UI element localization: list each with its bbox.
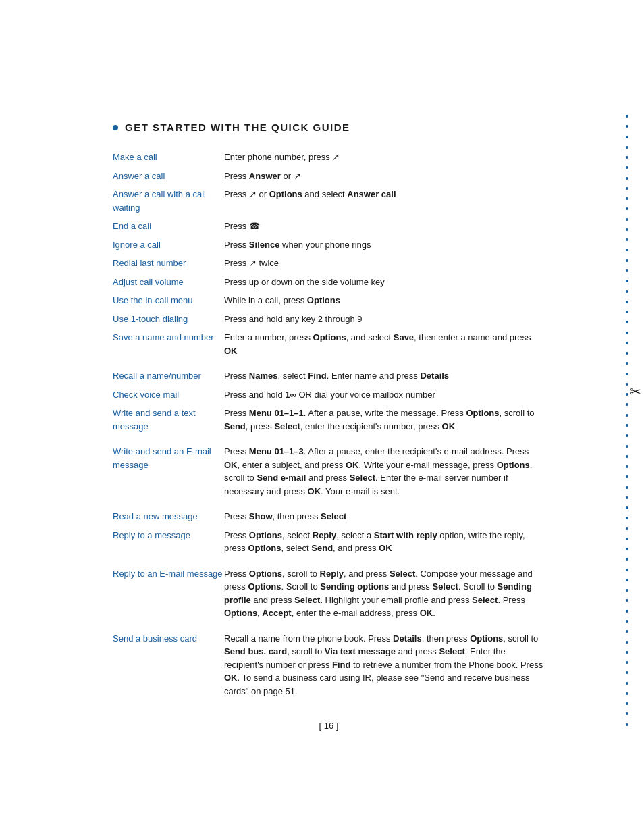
- action-label: Send a business card: [113, 629, 224, 701]
- action-label: Read a new message: [113, 507, 224, 526]
- decorative-dot: [626, 156, 628, 159]
- action-label: Adjust call volume: [113, 273, 224, 292]
- action-label: Make a call: [113, 148, 224, 167]
- action-label: Ignore a call: [113, 236, 224, 255]
- decorative-dot: [626, 589, 628, 592]
- decorative-dot: [626, 517, 628, 519]
- description-text: Press and hold 1∞ OR dial your voice mai…: [224, 386, 545, 405]
- action-label: Recall a name/number: [113, 367, 224, 386]
- decorative-dot: [626, 373, 628, 375]
- description-text: Press ☎: [224, 217, 545, 236]
- action-label: Use the in-call menu: [113, 291, 224, 310]
- decorative-dot: [626, 259, 628, 262]
- section-title: GET STARTED WITH THE QUICK GUIDE: [113, 122, 545, 133]
- decorative-dot: [626, 115, 628, 118]
- description-text: Press Silence when your phone rings: [224, 236, 545, 255]
- decorative-dot: [626, 362, 628, 365]
- decorative-dot: [626, 352, 628, 355]
- description-text: Enter a number, press Options, and selec…: [224, 328, 545, 360]
- action-label: End a call: [113, 217, 224, 236]
- decorative-dot: [626, 661, 628, 664]
- decorative-dot: [626, 538, 628, 540]
- table-row: Use 1-touch dialingPress and hold any ke…: [113, 310, 545, 329]
- action-label: Reply to an E-mail message: [113, 565, 224, 623]
- decorative-dot: [626, 187, 628, 190]
- decorative-dot: [626, 599, 628, 602]
- decorative-dot: [626, 692, 628, 695]
- decorative-dot: [626, 682, 628, 685]
- decorative-dot: [626, 321, 628, 323]
- row-spacer: [113, 623, 545, 629]
- decorative-dot: [626, 641, 628, 644]
- decorative-dot: [626, 332, 628, 334]
- decorative-dot: [626, 249, 628, 251]
- table-row: Reply to a messagePress Options, select …: [113, 526, 545, 558]
- quick-guide-table: Make a callEnter phone number, press ↗An…: [113, 148, 545, 700]
- decorative-dot: [626, 424, 628, 427]
- action-label: Save a name and number: [113, 328, 224, 360]
- table-row: Save a name and numberEnter a number, pr…: [113, 328, 545, 360]
- decorative-dot: [626, 527, 628, 530]
- description-text: Press and hold any key 2 through 9: [224, 310, 545, 329]
- content-area: GET STARTED WITH THE QUICK GUIDE Make a …: [45, 0, 599, 785]
- table-row: Read a new messagePress Show, then press…: [113, 507, 545, 526]
- description-text: While in a call, press Options: [224, 291, 545, 310]
- decorative-dots: [622, 115, 632, 726]
- table-row: Answer a call with a call waitingPress ↗…: [113, 185, 545, 217]
- decorative-dot: [626, 218, 628, 221]
- table-row: Make a callEnter phone number, press ↗: [113, 148, 545, 167]
- description-text: Press Options, scroll to Reply, and pres…: [224, 565, 545, 623]
- decorative-dot: [626, 630, 628, 633]
- decorative-dot: [626, 712, 628, 715]
- description-text: Press Names, select Find. Enter name and…: [224, 367, 545, 386]
- decorative-dot: [626, 146, 628, 149]
- action-label: Write and send an E-mail message: [113, 442, 224, 500]
- action-label: Answer a call: [113, 167, 224, 186]
- decorative-dot: [626, 445, 628, 448]
- action-label: Reply to a message: [113, 526, 224, 558]
- table-row: Ignore a callPress Silence when your pho…: [113, 236, 545, 255]
- decorative-dot: [626, 434, 628, 437]
- table-row: Write and send a text messagePress Menu …: [113, 404, 545, 436]
- decorative-dot: [626, 496, 628, 499]
- row-spacer: [113, 436, 545, 442]
- decorative-dot: [626, 383, 628, 386]
- decorative-dot: [626, 280, 628, 282]
- description-text: Recall a name from the phone book. Press…: [224, 629, 545, 701]
- decorative-dot: [626, 651, 628, 654]
- table-row: Reply to an E-mail messagePress Options,…: [113, 565, 545, 623]
- row-spacer: [113, 500, 545, 507]
- description-text: Press Menu 01–1–1. After a pause, write …: [224, 404, 545, 436]
- table-row: Check voice mailPress and hold 1∞ OR dia…: [113, 386, 545, 405]
- table-row: Use the in-call menuWhile in a call, pre…: [113, 291, 545, 310]
- decorative-dot: [626, 620, 628, 623]
- scissors-icon: ✂: [630, 384, 641, 400]
- action-label: Redial last number: [113, 254, 224, 273]
- bullet-dot: [113, 125, 118, 130]
- decorative-dot: [626, 228, 628, 231]
- decorative-dot: [626, 558, 628, 561]
- description-text: Press Options, select Reply, select a St…: [224, 526, 545, 558]
- table-row: Write and send an E-mail messagePress Me…: [113, 442, 545, 500]
- description-text: Press ↗ or Options and select Answer cal…: [224, 185, 545, 217]
- row-spacer: [113, 360, 545, 367]
- decorative-dot: [626, 177, 628, 180]
- description-text: Press up or down on the side volume key: [224, 273, 545, 292]
- decorative-dot: [626, 207, 628, 210]
- decorative-dot: [626, 579, 628, 581]
- decorative-dot: [626, 136, 628, 138]
- page-number: [ 16 ]: [113, 721, 545, 731]
- table-row: End a callPress ☎: [113, 217, 545, 236]
- action-label: Answer a call with a call waiting: [113, 185, 224, 217]
- action-label: Write and send a text message: [113, 404, 224, 436]
- decorative-dot: [626, 506, 628, 509]
- action-label: Use 1-touch dialing: [113, 310, 224, 329]
- table-row: Recall a name/numberPress Names, select …: [113, 367, 545, 386]
- decorative-dot: [626, 723, 628, 726]
- decorative-dot: [626, 671, 628, 674]
- table-row: Redial last numberPress ↗ twice: [113, 254, 545, 273]
- decorative-dot: [626, 342, 628, 344]
- row-spacer: [113, 558, 545, 565]
- decorative-dot: [626, 455, 628, 458]
- decorative-dot: [626, 197, 628, 200]
